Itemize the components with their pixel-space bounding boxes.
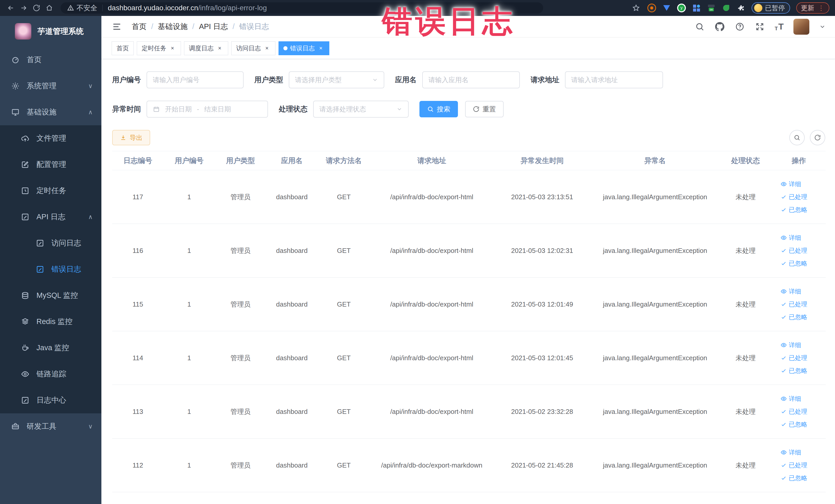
sidebar-menu-item[interactable]: 文件管理 bbox=[0, 125, 101, 152]
breadcrumb-item[interactable]: 基础设施 bbox=[158, 22, 188, 32]
user-type-select[interactable]: 请选择用户类型 bbox=[289, 72, 384, 88]
column-header[interactable]: 请求方法名 bbox=[318, 151, 370, 170]
browser-menu-icon[interactable]: ⋮ bbox=[818, 4, 825, 12]
font-size-icon[interactable]: TT bbox=[775, 22, 784, 32]
orange-ring-extension-icon[interactable] bbox=[647, 4, 656, 12]
column-header[interactable]: 异常发生时间 bbox=[493, 151, 591, 170]
tab-close-icon[interactable]: × bbox=[216, 45, 223, 52]
column-header[interactable]: 操作 bbox=[772, 151, 826, 170]
avatar-dropdown-icon[interactable] bbox=[819, 23, 826, 30]
sidebar-menu-item[interactable]: 首页 bbox=[0, 47, 101, 73]
green-leaf-extension-icon[interactable] bbox=[722, 4, 731, 12]
app-logo[interactable]: 芋道管理系统 bbox=[0, 16, 101, 47]
mark-processed-link[interactable]: 已处理 bbox=[780, 193, 807, 201]
tab-close-icon[interactable]: × bbox=[169, 45, 176, 52]
process-status-select[interactable]: 请选择处理状态 bbox=[313, 101, 409, 118]
reload-icon[interactable] bbox=[31, 3, 42, 13]
column-header[interactable]: 日志编号 bbox=[112, 151, 163, 170]
home-icon[interactable] bbox=[44, 3, 55, 13]
mark-ignored-link[interactable]: 已忽略 bbox=[780, 420, 807, 428]
search-button[interactable]: 搜索 bbox=[420, 101, 458, 117]
column-header[interactable]: 请求地址 bbox=[370, 151, 493, 170]
blue-grid-extension-icon[interactable] bbox=[692, 4, 701, 12]
view-tab[interactable]: 首页 × bbox=[111, 41, 134, 55]
column-header[interactable]: 应用名 bbox=[266, 151, 318, 170]
row-actions: 详细 已处理 已忽略 bbox=[772, 287, 826, 321]
detail-link[interactable]: 详细 bbox=[780, 448, 801, 457]
refresh-table-button[interactable] bbox=[810, 130, 825, 145]
green-circle-extension-icon[interactable]: y bbox=[677, 4, 686, 12]
sidebar-menu-item[interactable]: 定时任务 bbox=[0, 178, 101, 204]
sidebar-menu-item[interactable]: 研发工具 ∨ bbox=[0, 414, 101, 440]
toggle-search-button[interactable] bbox=[789, 130, 805, 145]
mark-ignored-link[interactable]: 已忽略 bbox=[780, 367, 807, 375]
mark-ignored-link[interactable]: 已忽略 bbox=[780, 259, 807, 267]
exception-time-range-picker[interactable]: 开始日期 - 结束日期 bbox=[147, 101, 268, 118]
site-security-chip[interactable]: 不安全 bbox=[67, 3, 97, 13]
column-header[interactable]: 异常名 bbox=[591, 151, 719, 170]
user-id-input[interactable]: 请输入用户编号 bbox=[147, 72, 244, 88]
request-url-input[interactable]: 请输入请求地址 bbox=[565, 72, 663, 88]
sidebar-menu-item[interactable]: 链路追踪 bbox=[0, 361, 101, 387]
mark-ignored-link[interactable]: 已忽略 bbox=[780, 313, 807, 321]
breadcrumb-item[interactable]: API 日志 bbox=[199, 22, 228, 32]
view-tab[interactable]: 错误日志 × bbox=[279, 41, 329, 55]
browser-update-button[interactable]: 更新 ⋮ bbox=[796, 2, 829, 14]
dashboard-icon bbox=[11, 56, 20, 64]
detail-link[interactable]: 详细 bbox=[780, 395, 801, 403]
method-cell: GET bbox=[318, 224, 370, 278]
reset-button[interactable]: 重置 bbox=[465, 101, 504, 117]
sidebar-item-label: 定时任务 bbox=[37, 186, 66, 196]
profile-paused-badge[interactable]: 已暂停 bbox=[752, 2, 790, 14]
column-header[interactable]: 处理状态 bbox=[719, 151, 772, 170]
mark-processed-link[interactable]: 已处理 bbox=[780, 246, 807, 255]
mark-ignored-link[interactable]: 已忽略 bbox=[780, 206, 807, 214]
detail-link[interactable]: 详细 bbox=[780, 287, 801, 296]
sidebar-menu-item[interactable]: 系统管理 ∨ bbox=[0, 73, 101, 99]
back-icon[interactable] bbox=[6, 3, 16, 13]
mark-processed-link[interactable]: 已处理 bbox=[780, 300, 807, 308]
user-type-cell: 管理员 bbox=[215, 385, 266, 439]
mark-processed-link[interactable]: 已处理 bbox=[780, 461, 807, 469]
table-row: 114 1 管理员 dashboard GET /api/infra/db-do… bbox=[112, 331, 826, 385]
user-avatar[interactable] bbox=[793, 19, 809, 35]
view-tab[interactable]: 访问日志 × bbox=[231, 41, 276, 55]
forward-icon[interactable] bbox=[19, 3, 29, 13]
switch-on-extension-icon[interactable]: on bbox=[707, 4, 716, 12]
github-icon[interactable] bbox=[715, 22, 725, 32]
sidebar-menu-item[interactable]: MySQL 监控 bbox=[0, 282, 101, 309]
sidebar-menu-item[interactable]: Redis 监控 bbox=[0, 309, 101, 335]
mark-ignored-link[interactable]: 已忽略 bbox=[780, 474, 807, 482]
tab-close-icon[interactable]: × bbox=[317, 45, 324, 52]
mark-processed-link[interactable]: 已处理 bbox=[780, 354, 807, 362]
view-tab[interactable]: 定时任务 × bbox=[137, 41, 181, 55]
bookmark-star-icon[interactable] bbox=[631, 3, 641, 13]
sidebar-menu-item[interactable]: 配置管理 bbox=[0, 152, 101, 178]
sidebar-menu-item[interactable]: 日志中心 bbox=[0, 387, 101, 414]
breadcrumb-item[interactable]: 首页 bbox=[132, 22, 147, 32]
sidebar-menu-item[interactable]: 错误日志 bbox=[0, 256, 101, 282]
sidebar-menu-item[interactable]: 基础设施 ∧ bbox=[0, 99, 101, 125]
column-header[interactable]: 用户编号 bbox=[163, 151, 215, 170]
tab-close-icon[interactable]: × bbox=[263, 45, 270, 52]
sidebar-menu-item[interactable]: API 日志 ∧ bbox=[0, 204, 101, 230]
detail-link[interactable]: 详细 bbox=[780, 234, 801, 242]
row-actions: 详细 已处理 已忽略 bbox=[772, 395, 826, 428]
detail-link[interactable]: 详细 bbox=[780, 341, 801, 349]
sidebar-menu-item[interactable]: 访问日志 bbox=[0, 230, 101, 256]
fullscreen-icon[interactable] bbox=[755, 22, 765, 32]
sidebar-menu-item[interactable]: Java 监控 bbox=[0, 335, 101, 361]
eye-icon bbox=[780, 235, 787, 241]
app-name-input[interactable]: 请输入应用名 bbox=[422, 72, 520, 88]
mark-processed-link[interactable]: 已处理 bbox=[780, 407, 807, 416]
header-search-icon[interactable] bbox=[695, 22, 705, 32]
extensions-puzzle-icon[interactable] bbox=[737, 4, 746, 12]
sidebar-toggle-icon[interactable] bbox=[111, 22, 122, 32]
column-header[interactable]: 用户类型 bbox=[215, 151, 266, 170]
detail-link[interactable]: 详细 bbox=[780, 180, 801, 188]
blue-drop-extension-icon[interactable] bbox=[662, 4, 671, 12]
view-tab[interactable]: 调度日志 × bbox=[184, 41, 228, 55]
filter-label: 处理状态 bbox=[279, 104, 307, 114]
help-icon[interactable] bbox=[735, 22, 745, 32]
export-button[interactable]: 导出 bbox=[112, 130, 150, 145]
